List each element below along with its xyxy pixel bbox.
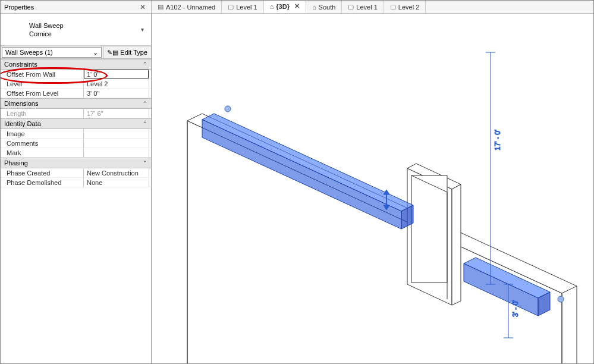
- prop-phase-created: Phase Created New Construction: [1, 168, 151, 178]
- tab-label: Level 2: [398, 4, 419, 11]
- tab-level2[interactable]: ▢ Level 2: [384, 1, 426, 13]
- collapse-icon: ⌃: [143, 61, 147, 67]
- prop-label: Image: [1, 129, 84, 139]
- sheet-icon: ▤: [158, 3, 164, 11]
- prop-offset-from-level: Offset From Level 3' 0": [1, 89, 151, 98]
- tab-label: Level 1: [236, 4, 257, 11]
- prop-phase-demolished: Phase Demolished None: [1, 178, 151, 187]
- svg-point-19: [558, 296, 564, 302]
- group-header-identity[interactable]: Identity Data ⌃: [1, 118, 151, 129]
- tab-label: South: [319, 4, 336, 11]
- edit-type-label: Edit Type: [120, 49, 147, 56]
- tab-a102[interactable]: ▤ A102 - Unnamed: [152, 1, 222, 13]
- tab-3d[interactable]: ⌂ {3D} ✕: [264, 1, 306, 13]
- group-header-dimensions[interactable]: Dimensions ⌃: [1, 98, 151, 109]
- plan-icon: ▢: [390, 3, 396, 11]
- svg-marker-8: [452, 184, 461, 305]
- plan-icon: ▢: [348, 3, 354, 11]
- prop-value-input[interactable]: 1' 0": [84, 70, 149, 79]
- plan-icon: ▢: [228, 3, 234, 11]
- tab-level1-a[interactable]: ▢ Level 1: [222, 1, 263, 13]
- prop-value[interactable]: None: [84, 178, 149, 187]
- tab-label: A102 - Unnamed: [166, 4, 215, 11]
- prop-label: Length: [1, 109, 84, 118]
- 3d-viewport[interactable]: 17' - 0' 3' - 0': [152, 14, 593, 363]
- svg-rect-9: [411, 175, 447, 283]
- elevation-icon: ⌂: [312, 4, 316, 11]
- prop-label: Offset From Wall: [1, 70, 84, 79]
- door-geometry: [407, 164, 461, 305]
- group-header-constraints[interactable]: Constraints ⌃: [1, 59, 151, 70]
- properties-label: Properties: [4, 4, 34, 11]
- tab-label: Level 1: [356, 4, 377, 11]
- prop-label: Comments: [1, 139, 84, 148]
- prop-value[interactable]: [84, 148, 149, 158]
- tab-level1-b[interactable]: ▢ Level 1: [342, 1, 384, 13]
- prop-value[interactable]: New Construction: [84, 168, 149, 178]
- prop-label: Mark: [1, 148, 84, 158]
- group-label: Identity Data: [4, 120, 41, 127]
- svg-point-18: [225, 106, 231, 112]
- prop-comments: Comments: [1, 139, 151, 148]
- svg-marker-0: [187, 121, 562, 363]
- group-label: Dimensions: [4, 100, 38, 107]
- dim-offset-label[interactable]: 3' - 0': [511, 300, 520, 317]
- prop-label: Phase Demolished: [1, 178, 84, 187]
- instance-filter-label: Wall Sweeps (1): [5, 49, 53, 56]
- group-label: Constraints: [4, 61, 37, 68]
- properties-panel-title: Properties ✕: [1, 1, 152, 13]
- tab-south[interactable]: ⌂ South: [306, 1, 342, 13]
- prop-value[interactable]: [84, 129, 149, 139]
- type-name: Cornice: [29, 30, 139, 38]
- prop-length: Length 17' 6": [1, 109, 151, 118]
- prop-level: Level Level 2: [1, 79, 151, 89]
- prop-value[interactable]: 3' 0": [84, 89, 149, 98]
- view-tabs: ▤ A102 - Unnamed ▢ Level 1 ⌂ {3D} ✕ ⌂ So…: [152, 1, 593, 13]
- prop-value[interactable]: [84, 139, 149, 148]
- prop-label: Level: [1, 79, 84, 89]
- prop-label: Phase Created: [1, 168, 84, 178]
- edit-type-button[interactable]: ✎▤ Edit Type: [103, 46, 151, 58]
- prop-image: Image: [1, 129, 151, 139]
- chevron-down-icon: ⌄: [93, 49, 98, 57]
- prop-offset-from-wall: Offset From Wall 1' 0": [1, 70, 151, 79]
- close-icon[interactable]: ✕: [138, 3, 147, 11]
- prop-mark: Mark: [1, 148, 151, 158]
- prop-value: 17' 6": [84, 109, 149, 118]
- edit-type-icon: ✎▤: [107, 49, 118, 57]
- cube-icon: ⌂: [270, 3, 274, 10]
- group-header-phasing[interactable]: Phasing ⌃: [1, 158, 151, 168]
- prop-value[interactable]: Level 2: [84, 79, 149, 89]
- dim-height-label[interactable]: 17' - 0': [494, 130, 502, 150]
- collapse-icon: ⌃: [143, 121, 147, 127]
- group-label: Phasing: [4, 159, 28, 167]
- collapse-icon: ⌃: [143, 160, 147, 166]
- instance-filter-dropdown[interactable]: Wall Sweeps (1) ⌄: [2, 47, 102, 58]
- type-selector[interactable]: Wall Sweep Cornice ▾: [1, 14, 151, 46]
- collapse-icon: ⌃: [143, 101, 147, 106]
- close-icon[interactable]: ✕: [294, 2, 300, 10]
- family-name: Wall Sweep: [29, 21, 139, 30]
- chevron-down-icon: ▾: [139, 26, 146, 33]
- prop-label: Offset From Level: [1, 89, 84, 98]
- tab-label: {3D}: [276, 3, 290, 10]
